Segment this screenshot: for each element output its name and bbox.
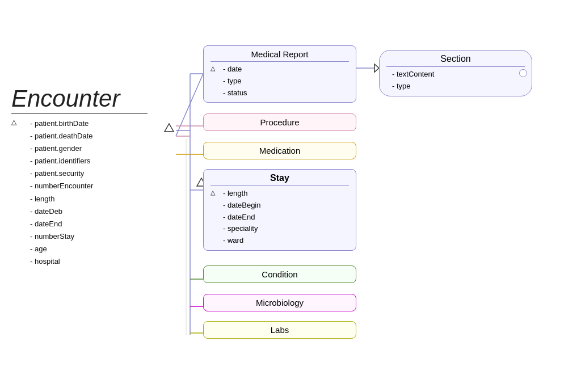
section-attrs: - textContent - type <box>386 69 525 92</box>
stay-triangle: △ <box>210 189 215 196</box>
labs-title: Labs <box>210 325 349 335</box>
procedure-node: Procedure <box>203 113 356 131</box>
stay-title: Stay <box>210 173 349 183</box>
condition-node: Condition <box>203 265 356 283</box>
medical-report-title: Medical Report <box>210 49 349 59</box>
section-node: Section - textContent - type <box>379 50 532 96</box>
encounter-node: Encounter △ - patient.birthDate - patien… <box>11 85 148 268</box>
labs-node: Labs <box>203 321 356 339</box>
microbiology-title: Microbiology <box>210 298 349 307</box>
condition-title: Condition <box>210 269 349 279</box>
svg-line-0 <box>176 74 203 136</box>
svg-marker-12 <box>165 124 174 132</box>
svg-marker-13 <box>374 64 379 72</box>
stay-node: Stay △ - length - dateBegin - dateEnd - … <box>203 169 356 251</box>
medical-report-triangle: △ <box>210 65 215 72</box>
medication-node: Medication <box>203 142 356 159</box>
encounter-attrs: - patient.birthDate - patient.deathDate … <box>19 117 93 268</box>
section-title: Section <box>386 54 525 64</box>
diagram: Encounter △ - patient.birthDate - patien… <box>0 0 581 392</box>
procedure-title: Procedure <box>210 117 349 127</box>
encounter-triangle: △ <box>11 118 16 126</box>
microbiology-node: Microbiology <box>203 294 356 311</box>
medical-report-node: Medical Report △ - date - type - status <box>203 45 356 103</box>
medication-title: Medication <box>210 146 349 155</box>
stay-attrs: - length - dateBegin - dateEnd - special… <box>217 188 261 247</box>
encounter-title: Encounter <box>11 85 148 112</box>
medical-report-attrs: - date - type - status <box>217 64 247 99</box>
